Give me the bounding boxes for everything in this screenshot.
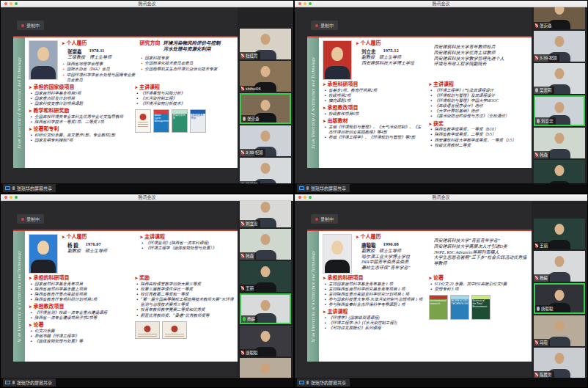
list-item: ▪校青年教师教学竞赛二等奖和优秀奖: [137, 307, 236, 312]
cover-title: Water Cycle Management: [155, 114, 168, 123]
bullet-icon: ▪: [431, 98, 433, 103]
list-item: ▪校优秀教案二等奖和一等奖: [137, 292, 236, 297]
cover-title: Science of the Total Environment: [473, 300, 489, 309]
participant-tile[interactable]: 陈胜男: [534, 348, 585, 378]
participant-name: 唐聪聪: [246, 350, 258, 356]
bullet-icon: ▪: [431, 132, 433, 137]
participant-tile[interactable]: 韩森: [534, 128, 585, 158]
participant-tile[interactable]: 王丽: [240, 261, 291, 292]
item-text: 参编书籍《环境工程学》: [34, 334, 79, 339]
covers-strip: Water Cycle Management环境分析化学水处理微生物学: [135, 109, 236, 133]
item-text: 《环境工程学-水》(《水污染控制工程》): [328, 321, 397, 326]
section-arrow-icon: ➤: [323, 276, 326, 281]
participant-name: 王丽: [540, 243, 548, 249]
bullet-icon: ▪: [31, 114, 32, 120]
item-text: 陕西省自然科学基金面上项目: [34, 287, 87, 292]
participant-tile[interactable]: 张崇淼: [534, 7, 585, 29]
honor-line: 西安建筑科技大学高层次人才引进D类: [434, 244, 530, 250]
share-chip[interactable]: 张瑶华的屏幕共享: [3, 184, 56, 192]
certificate-cover: [135, 109, 151, 133]
participant-tile[interactable]: 杜红霞: [240, 29, 291, 59]
list-item: ▪主持国家自然科学基金青年基金 1 项: [325, 282, 424, 287]
participant-tile[interactable]: 3-39-祝颖: [534, 31, 585, 62]
bullet-icon: ▪: [137, 96, 139, 101]
bullet-icon: ▪: [31, 96, 32, 101]
person-extra-line: 西安建筑科技大学博士学位: [361, 61, 430, 67]
bullet-icon: ▪: [63, 62, 65, 67]
item-text: 陕西省教学成果奖，二等奖（3/5）: [434, 132, 496, 137]
share-bottom-bar: 张瑶华的屏幕共享: [295, 183, 587, 193]
participant-tile[interactable]: 唐聪聪: [534, 283, 585, 314]
share-chip[interactable]: 张瑶华的屏幕共享: [297, 184, 350, 192]
right-section-title: 奖励: [139, 275, 150, 282]
bullet-text: 全国标准化技术委员会委员: [144, 61, 193, 67]
participant-tile[interactable]: [240, 358, 291, 378]
profile-bullet-item: ▪国际水协会（IWA）会员: [63, 67, 136, 73]
honor-lines: 西安建筑科技大学青年教师标兵西安建筑科技大学优秀主讲教师西安建筑科技大学教学管理…: [434, 45, 530, 67]
presentation-slide: Xi'an University of Architecture and Tec…: [13, 36, 238, 168]
right-section-title: 主讲课程: [433, 81, 454, 88]
left-section: ➤承担科研项目▪省基金1项，教育厅项目2项▪校级项目2项▪横向课题1项: [323, 81, 424, 104]
share-chip[interactable]: 张瑶华的屏幕共享: [297, 378, 350, 387]
recording-label: 录制中: [26, 216, 40, 222]
recording-dot-icon: [21, 24, 24, 27]
list-item: ▪《高级语言程序设计》选修: [431, 103, 530, 109]
participant-tile[interactable]: 张崇淼: [240, 93, 291, 124]
share-bottom-bar: 张瑶华的屏幕共享: [1, 183, 293, 193]
list-item: ▪横向课题1项: [325, 98, 424, 103]
recording-badge: 录制中: [311, 214, 338, 224]
meeting-grid: 腾讯会议录制中Xi'an University of Architecture …: [0, 0, 588, 388]
section-arrow-icon: ➤: [62, 41, 65, 46]
participant-tile[interactable]: shihui06: [240, 61, 291, 92]
item-text: 主持陕西省自然科学研究基金青年项目 1 项: [328, 287, 405, 292]
bullet-icon: ▪: [137, 307, 139, 312]
left-section-heading: ➤论著: [29, 322, 130, 329]
participant-tile[interactable]: 3-39-祝颖: [240, 125, 291, 156]
participant-head: [261, 131, 271, 142]
item-text: 国家重点研发计划项目: [34, 96, 75, 101]
slide-right-column: ➤主讲课程▪《环境毒理与风险分析》▪《水污染控制工程》▪《环境污染物分析技术》W…: [135, 84, 236, 166]
participant-name-label: 马晓: [534, 339, 550, 346]
participant-tile[interactable]: 王丽: [534, 219, 585, 249]
person-birthdate: 1978.11: [89, 48, 105, 55]
participant-tile[interactable]: 韩森: [240, 229, 291, 260]
mic-muted-icon: [535, 153, 538, 157]
left-section-title: 承担科研项目: [328, 81, 359, 88]
section-arrow-icon: ➤: [62, 235, 65, 240]
certificate-emblem: [139, 114, 146, 120]
participant-shoulders: [548, 181, 570, 183]
left-section: ➤承担的科研项目▪国家自然科学基金青年项目▪陕西省自然科学基金面上项目▪陕西省教…: [29, 275, 130, 303]
participant-name-label: 王丽: [534, 242, 550, 249]
participant-tile[interactable]: 马晓: [534, 315, 585, 346]
profile-block: ➤个人履历杨 毅1976.07副教授 硕士生导师: [62, 234, 136, 274]
book-cover: 环境分析化学: [172, 109, 188, 133]
bullet-icon: ▪: [31, 133, 32, 138]
participant-tile[interactable]: 杨毅: [240, 293, 291, 324]
left-section-title: 教学和科研奖励: [34, 108, 70, 114]
item-text: 校级教改项目6项: [328, 111, 359, 117]
bullet-icon: ▪: [325, 282, 326, 287]
list-item: ▪校级优秀教材二等奖: [431, 143, 530, 148]
participant-tile[interactable]: 王丽: [534, 160, 585, 183]
participant-tile[interactable]: 杨毅: [534, 251, 585, 282]
participant-tile[interactable]: 刘立忠: [534, 95, 585, 126]
mic-muted-icon: [535, 56, 538, 60]
participant-tile[interactable]: 吴蕾莉: [240, 158, 291, 183]
honor-line: 西安建筑科技大学优秀主讲教师: [434, 51, 530, 56]
list-item: ▪国家自然科学基金青年项目: [31, 282, 130, 287]
window-content: 录制中Xi'an University of Architecture and …: [1, 7, 293, 183]
certificate-line: [165, 336, 184, 337]
share-chip[interactable]: 张瑶华的屏幕共享: [3, 378, 56, 387]
slide-right-top: ➤主讲课程▪《环境监测》(陕西省一流本科课程)▪《环境工程学（固体废物处理与处置…: [140, 234, 236, 274]
participant-head: [555, 165, 565, 176]
item-text: SCI论文 20 余篇，其中ESI高被引论文3篇: [434, 282, 507, 287]
participant-tile[interactable]: 刘立忠: [240, 201, 291, 227]
participant-tile[interactable]: 唐聪聪: [240, 326, 291, 356]
right-section: ➤主讲课程▪《环境毒理与风险分析》▪《水污染控制工程》▪《环境污染物分析技术》: [135, 84, 236, 107]
list-item: ▪西安建筑科技大学教学成果奖，一等奖（1/5）: [431, 138, 530, 143]
university-vertical-band: Xi'an University of Architecture and Tec…: [13, 37, 25, 168]
slide-body-row: ➤承担的科研项目▪国家自然科学基金青年项目▪陕西省自然科学基金面上项目▪陕西省教…: [29, 275, 235, 359]
person-name: 杨 毅: [67, 241, 78, 249]
participant-tile[interactable]: 吴蕾莉: [534, 63, 585, 94]
item-text: 《环境规划与管理》中国大学MOOC: [434, 98, 499, 103]
